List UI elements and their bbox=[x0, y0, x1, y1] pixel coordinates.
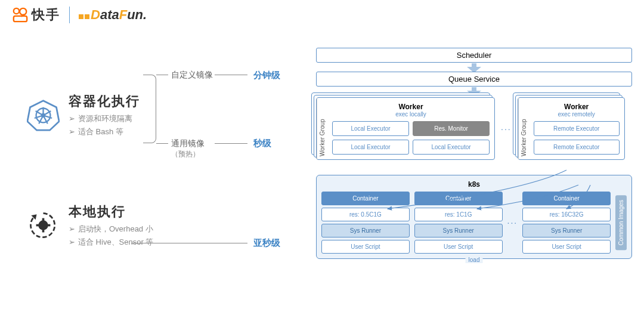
connection-arrows bbox=[316, 167, 632, 215]
svg-point-15 bbox=[38, 220, 48, 230]
kubernetes-icon bbox=[27, 98, 60, 131]
header-divider bbox=[69, 7, 70, 23]
worker-local-sub: exec locally bbox=[332, 111, 490, 118]
svg-rect-18 bbox=[36, 224, 40, 227]
worker-remote-sub: exec remotely bbox=[534, 111, 620, 118]
worker-group-label: Worker Group bbox=[518, 98, 529, 159]
load-label: load bbox=[466, 257, 483, 263]
kuaishou-logo: 快手 bbox=[12, 6, 60, 24]
local-executor-box: Local Executor bbox=[332, 121, 409, 136]
container-exec-title: 容器化执行 bbox=[69, 92, 140, 110]
svg-point-1 bbox=[20, 8, 26, 15]
scheduler-box: Scheduler bbox=[316, 48, 632, 63]
branch-custom-image: 自定义镜像 bbox=[171, 70, 213, 81]
left-panel: 容器化执行 ➢资源和环境隔离 ➢适合 Bash 等 自定义镜像 通用镜像（预热）… bbox=[27, 92, 301, 283]
level-subsecond: 亚秒级 bbox=[253, 237, 280, 249]
ellipsis: ··· bbox=[501, 124, 512, 134]
sys-runner-box: Sys Runner bbox=[522, 224, 611, 237]
kuaishou-text: 快手 bbox=[32, 6, 60, 24]
svg-rect-16 bbox=[42, 218, 45, 222]
header: 快手 DataFun. bbox=[12, 6, 147, 24]
level-minute: 分钟级 bbox=[253, 70, 280, 81]
gear-cycle-icon bbox=[27, 209, 60, 242]
svg-rect-17 bbox=[42, 229, 45, 233]
worker-row: Worker Group Worker exec locally Local E… bbox=[316, 97, 632, 160]
local-executor-box: Local Executor bbox=[413, 140, 490, 155]
worker-remote-title: Worker bbox=[534, 103, 620, 111]
user-script-box: User Script bbox=[522, 240, 611, 254]
container-sub1: 资源和环境隔离 bbox=[78, 114, 132, 123]
worker-group-local: Worker Group Worker exec locally Local E… bbox=[316, 97, 495, 160]
sys-runner-box: Sys Runner bbox=[321, 224, 410, 237]
worker-group-remote: Worker Group Worker exec remotely Remote… bbox=[518, 97, 625, 160]
svg-rect-2 bbox=[14, 16, 27, 21]
local-exec-title: 本地执行 bbox=[69, 203, 153, 221]
svg-point-0 bbox=[14, 8, 19, 14]
remote-executor-box: Remote Executor bbox=[534, 121, 620, 136]
container-sub2: 适合 Bash 等 bbox=[78, 127, 123, 136]
ellipsis: ··· bbox=[507, 218, 518, 227]
user-script-box: User Script bbox=[321, 240, 410, 254]
level-second: 秒级 bbox=[253, 138, 271, 149]
bracket-container bbox=[143, 75, 156, 143]
worker-local-title: Worker bbox=[332, 103, 490, 111]
branch-common-image: 通用镜像 bbox=[171, 138, 205, 148]
branch-common-sub: （预热） bbox=[171, 149, 205, 159]
container-exec-block: 容器化执行 ➢资源和环境隔离 ➢适合 Bash 等 bbox=[27, 92, 301, 137]
sys-runner-box: Sys Runner bbox=[414, 224, 503, 237]
remote-executor-box: Remote Executor bbox=[534, 140, 620, 155]
local-sub1: 启动快，Overhead 小 bbox=[78, 224, 153, 233]
kuaishou-icon bbox=[12, 7, 29, 23]
svg-rect-19 bbox=[47, 224, 51, 227]
local-executor-box: Local Executor bbox=[332, 140, 409, 155]
queue-service-box: Queue Service bbox=[316, 72, 632, 87]
user-script-box: User Script bbox=[414, 240, 503, 254]
datafun-logo: DataFun. bbox=[79, 7, 147, 23]
res-monitor-box: Res. Monitor bbox=[413, 121, 490, 136]
architecture-diagram: Scheduler Queue Service Worker Group Wor… bbox=[316, 48, 632, 259]
local-sub2: 适合 Hive、Sensor 等 bbox=[78, 237, 153, 246]
worker-group-label: Worker Group bbox=[317, 98, 327, 159]
